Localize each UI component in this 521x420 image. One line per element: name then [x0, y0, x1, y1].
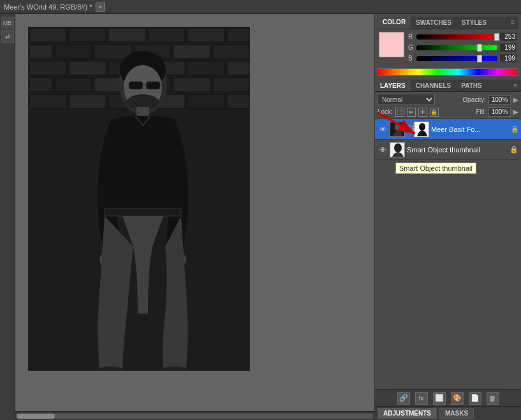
svg-rect-2: [29, 28, 66, 42]
b-value[interactable]: 199: [499, 54, 517, 63]
tab-styles[interactable]: STYLES: [457, 17, 492, 29]
fill-input[interactable]: [488, 107, 511, 117]
tab-layers[interactable]: LAYERS: [375, 80, 411, 91]
r-value[interactable]: 253: [499, 32, 517, 41]
fill-label: Fill:: [476, 108, 486, 115]
color-panel-tabs: COLOR SWATCHES STYLES ≡: [378, 17, 518, 29]
svg-rect-14: [29, 61, 66, 75]
svg-rect-26: [29, 94, 66, 108]
g-thumb[interactable]: [477, 44, 482, 52]
svg-rect-42: [105, 208, 181, 216]
new-layer-button[interactable]: 📄: [469, 392, 481, 405]
svg-rect-12: [173, 45, 210, 59]
r-thumb[interactable]: [494, 33, 499, 41]
b-thumb[interactable]: [477, 55, 482, 62]
layer-eye-1[interactable]: 👁: [378, 124, 388, 134]
tab-color[interactable]: COLOR: [378, 17, 411, 29]
delete-layer-button[interactable]: 🗑: [487, 392, 499, 405]
r-slider[interactable]: [416, 34, 497, 40]
color-swatch[interactable]: [379, 32, 404, 57]
tab-channels[interactable]: CHANNELS: [411, 80, 457, 91]
adjustments-bar: ADJUSTMENTS MASKS: [375, 406, 521, 420]
layer-thumb-2: [390, 142, 405, 157]
layer-name-1: Meer Basit Fo...: [431, 126, 509, 133]
mb-button[interactable]: MB: [1, 17, 14, 29]
canvas-scrollbar[interactable]: [15, 411, 374, 420]
color-panel-menu[interactable]: ≡: [507, 17, 518, 29]
layer-eye-2[interactable]: 👁: [378, 145, 388, 155]
adjustments-tab[interactable]: ADJUSTMENTS: [378, 408, 437, 419]
window-title: Meer's WOrld 49, RGB/8#) *: [4, 3, 92, 11]
h-scrollbar-track[interactable]: [17, 414, 373, 419]
svg-rect-5: [148, 28, 185, 42]
tab-paths[interactable]: PATHS: [456, 80, 487, 91]
lock-position[interactable]: ✛: [418, 108, 427, 117]
layers-bottom: 🔗 fx ⬜ 🎨 📄 🗑: [375, 389, 521, 406]
link-layers-button[interactable]: 🔗: [397, 392, 410, 405]
blend-row: Normal Multiply Screen Overlay Opacity: …: [378, 94, 518, 105]
g-slider-row: G 199: [408, 43, 517, 52]
blend-mode-select[interactable]: Normal Multiply Screen Overlay: [378, 94, 435, 105]
opacity-arrow[interactable]: ▶: [513, 96, 518, 103]
layer-mask-1: [414, 122, 429, 137]
color-sliders: R 253 G 199: [408, 32, 517, 64]
opacity-label: Opacity:: [462, 96, 486, 103]
color-panel: COLOR SWATCHES STYLES ≡ R 253: [375, 14, 521, 80]
svg-rect-18: [187, 61, 224, 75]
layers-list: 👁 ⛓: [375, 119, 521, 389]
layer-lock-1: 🔒: [511, 126, 518, 133]
svg-rect-24: [173, 78, 210, 92]
layer-item-1[interactable]: 👁 ⛓: [375, 119, 521, 140]
svg-rect-15: [69, 61, 106, 75]
lock-label: Lock:: [378, 108, 393, 115]
color-display: R 253 G 199: [378, 29, 518, 67]
r-label: R: [408, 33, 415, 40]
lock-row: Lock: ⬚ ✏ ✛ 🔒 Fill: ▶: [378, 107, 518, 117]
svg-rect-31: [227, 94, 250, 108]
svg-point-46: [395, 123, 401, 131]
b-label: B: [408, 55, 415, 62]
layer-name-2: Smart Object thumbnail: [407, 146, 508, 154]
lock-pixels[interactable]: ✏: [407, 108, 416, 117]
svg-rect-8: [29, 45, 52, 59]
adjustment-layer-button[interactable]: 🎨: [451, 392, 464, 405]
layers-tabs: LAYERS CHANNELS PATHS ≡: [375, 80, 521, 92]
smart-object-icon: 🔒: [510, 145, 518, 154]
lock-all[interactable]: 🔒: [430, 108, 439, 117]
svg-point-48: [419, 123, 425, 131]
left-mini-strip: MB ⇄: [0, 14, 15, 420]
right-panel: COLOR SWATCHES STYLES ≡ R 253: [374, 14, 521, 420]
opacity-input[interactable]: [488, 95, 511, 105]
g-slider[interactable]: [416, 45, 497, 50]
smart-object-tooltip: Smart Object thumbnail: [395, 163, 476, 174]
b-slider-row: B 199: [408, 54, 517, 63]
svg-rect-21: [55, 78, 92, 92]
h-scrollbar-thumb[interactable]: [17, 414, 55, 419]
masks-tab[interactable]: MASKS: [439, 408, 474, 419]
svg-rect-36: [146, 82, 160, 89]
title-bar: Meer's WOrld 49, RGB/8#) * ×: [0, 0, 521, 14]
g-value[interactable]: 199: [499, 43, 517, 52]
tab-swatches[interactable]: SWATCHES: [411, 17, 457, 29]
svg-rect-4: [108, 28, 145, 42]
layer-chain-1: ⛓: [407, 124, 412, 134]
add-mask-button[interactable]: ⬜: [433, 392, 446, 405]
svg-rect-9: [55, 45, 92, 59]
lock-transparent[interactable]: ⬚: [395, 108, 404, 117]
b-slider[interactable]: [416, 56, 497, 61]
layers-options: Normal Multiply Screen Overlay Opacity: …: [375, 92, 521, 119]
mini-tool-1[interactable]: ⇄: [1, 30, 14, 43]
svg-rect-20: [29, 78, 52, 92]
layer-item-2[interactable]: 👁 Smart Object thumbnail Smart Object th…: [375, 140, 521, 160]
svg-point-50: [394, 143, 402, 152]
svg-rect-27: [69, 94, 106, 108]
fill-arrow[interactable]: ▶: [513, 108, 518, 115]
close-button[interactable]: ×: [96, 3, 105, 11]
canvas-content: [15, 14, 374, 411]
color-spectrum[interactable]: [378, 68, 518, 76]
g-label: G: [408, 44, 415, 51]
layers-panel-menu[interactable]: ≡: [510, 80, 521, 91]
layer-effects-button[interactable]: fx: [415, 392, 428, 405]
r-slider-row: R 253: [408, 32, 517, 41]
layer-thumb-1: [390, 122, 405, 137]
